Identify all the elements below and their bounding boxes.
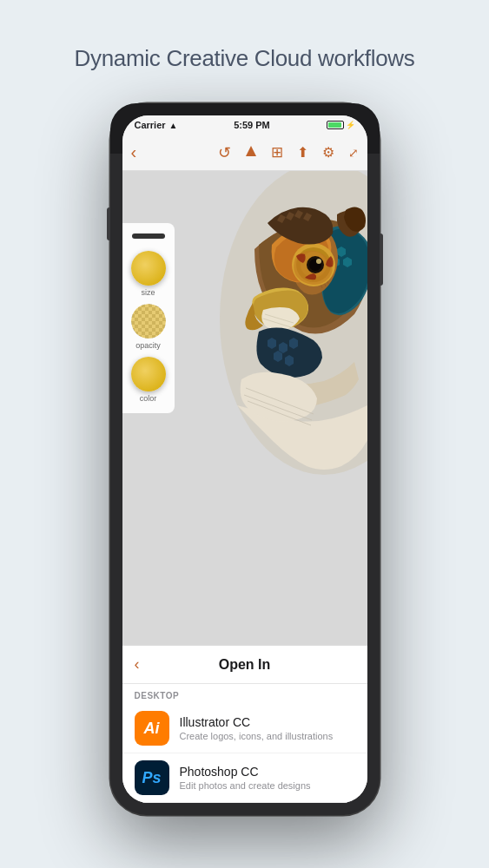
photoshop-app-info: Photoshop CC Edit photos and create desi…: [180, 765, 311, 791]
tool-slider-bar: [132, 233, 165, 239]
svg-marker-0: [246, 146, 256, 156]
undo-button[interactable]: ↺: [218, 143, 231, 162]
desktop-section-label: DESKTOP: [122, 684, 367, 704]
phone-shell: Carrier ▲ 5:59 PM ⚡ ‹ ↺: [110, 103, 380, 815]
status-time: 5:59 PM: [234, 120, 270, 130]
brush-button[interactable]: [245, 145, 257, 161]
color-label: color: [140, 394, 157, 403]
illustrator-app-item[interactable]: Ai Illustrator CC Create logos, icons, a…: [122, 704, 367, 753]
eagle-illustration: [185, 171, 367, 475]
status-bar: Carrier ▲ 5:59 PM ⚡: [122, 115, 367, 135]
status-right: ⚡: [327, 121, 355, 129]
toolbar-left: ‹: [131, 142, 137, 162]
open-in-back-button[interactable]: ‹: [135, 655, 140, 674]
svg-point-10: [316, 259, 321, 264]
phone-screen: Carrier ▲ 5:59 PM ⚡ ‹ ↺: [122, 115, 367, 803]
toolbar-icons: ↺ ⊞ ⬆ ⚙ ⤢: [218, 143, 359, 162]
expand-button[interactable]: ⤢: [348, 146, 359, 160]
opacity-circle: [131, 304, 166, 339]
illustrator-app-desc: Create logos, icons, and illustrations: [180, 731, 334, 741]
opacity-tool[interactable]: opacity: [131, 304, 166, 350]
color-circle: [131, 357, 166, 391]
canvas-area[interactable]: size opacity color: [122, 171, 367, 645]
size-tool[interactable]: size: [131, 251, 166, 297]
layers-button[interactable]: ⊞: [271, 143, 283, 161]
photoshop-app-name: Photoshop CC: [180, 765, 311, 779]
battery-body: [327, 121, 344, 129]
wifi-icon: ▲: [169, 121, 178, 130]
open-in-title: Open In: [219, 657, 271, 673]
toolbar: ‹ ↺ ⊞ ⬆ ⚙ ⤢: [122, 135, 367, 171]
carrier-label: Carrier: [135, 120, 166, 130]
open-in-sheet: ‹ Open In DESKTOP Ai Illustrator CC Crea…: [122, 645, 367, 803]
photoshop-app-desc: Edit photos and create designs: [180, 780, 311, 791]
open-in-header: ‹ Open In: [122, 646, 367, 684]
illustrator-app-name: Illustrator CC: [180, 715, 334, 729]
photoshop-app-icon: Ps: [135, 760, 169, 795]
size-label: size: [141, 288, 155, 297]
settings-button[interactable]: ⚙: [322, 144, 334, 161]
charging-icon: ⚡: [346, 121, 355, 129]
page-title: Dynamic Creative Cloud workflows: [74, 45, 414, 72]
illustrator-app-icon: Ai: [135, 711, 169, 746]
side-tools-panel: size opacity color: [122, 223, 175, 413]
opacity-label: opacity: [135, 341, 161, 350]
back-button[interactable]: ‹: [131, 142, 137, 162]
color-tool[interactable]: color: [131, 357, 166, 403]
battery-fill: [328, 122, 341, 128]
status-left: Carrier ▲: [135, 120, 178, 130]
illustrator-app-info: Illustrator CC Create logos, icons, and …: [180, 715, 334, 741]
battery-container: ⚡: [327, 121, 355, 129]
size-circle: [131, 251, 166, 286]
share-button[interactable]: ⬆: [297, 144, 308, 161]
photoshop-app-item[interactable]: Ps Photoshop CC Edit photos and create d…: [122, 753, 367, 803]
